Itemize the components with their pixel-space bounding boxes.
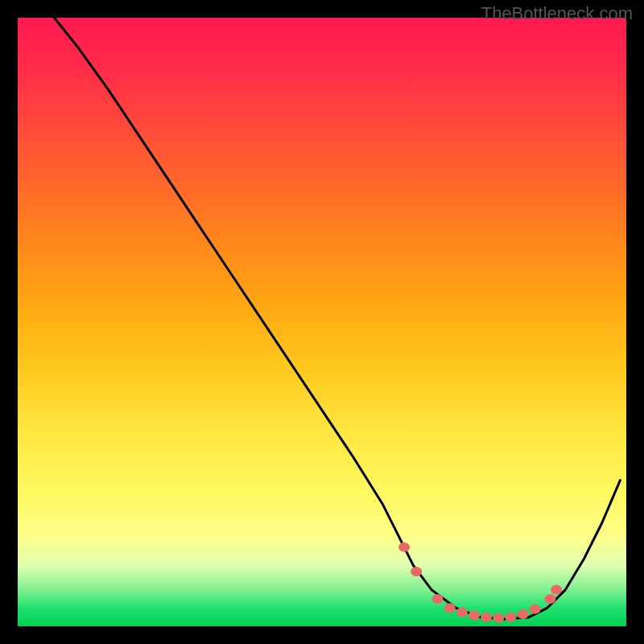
svg-point-9 (518, 609, 529, 619)
svg-point-0 (398, 543, 410, 552)
svg-point-8 (505, 613, 516, 622)
chart-svg (18, 18, 626, 626)
svg-point-5 (469, 610, 480, 620)
svg-point-2 (432, 594, 444, 604)
svg-point-3 (444, 603, 456, 613)
plot-area (18, 18, 626, 626)
svg-point-4 (456, 608, 468, 617)
svg-point-12 (551, 585, 562, 595)
svg-point-11 (545, 594, 556, 604)
svg-point-10 (530, 605, 541, 614)
svg-point-1 (411, 567, 422, 576)
watermark-text: TheBottleneck.com (481, 3, 633, 24)
bottleneck-curve (54, 18, 620, 619)
optimal-range-dots (398, 543, 562, 623)
svg-point-7 (493, 613, 504, 622)
svg-point-6 (481, 613, 492, 622)
